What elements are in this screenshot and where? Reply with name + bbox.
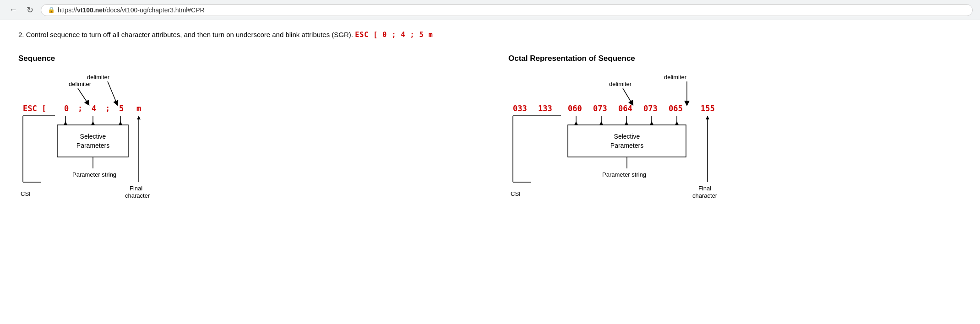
- right-033: 033: [513, 104, 527, 113]
- lock-icon: 🔒: [48, 6, 55, 13]
- right-073a: 073: [593, 104, 607, 113]
- right-133: 133: [538, 104, 552, 113]
- right-selective-label2: Parameters: [610, 142, 643, 149]
- right-ah-065: [675, 121, 679, 125]
- right-diagram: Octal Representation of Sequence delimit…: [508, 54, 962, 228]
- left-final-label2: character: [125, 192, 150, 199]
- intro-text: 2. Control sequence to turn off all char…: [18, 31, 353, 38]
- right-selective-box: [568, 125, 686, 157]
- intro-paragraph: 2. Control sequence to turn off all char…: [18, 29, 962, 40]
- right-ah-064: [625, 121, 628, 125]
- url-display: https://vt100.net/docs/vt100-ug/chapter3…: [58, 6, 205, 14]
- url-rest: /docs/vt100-ug/chapter3.html#CPR: [105, 6, 205, 14]
- right-060: 060: [568, 104, 582, 113]
- intro-code: ESC [ 0 ; 4 ; 5 m: [355, 31, 433, 39]
- left-delimiter2-label: delimiter: [87, 74, 110, 81]
- left-5: 5: [119, 104, 124, 113]
- left-arrow-head-4: [91, 121, 95, 125]
- right-ah-073b: [650, 121, 653, 125]
- left-4: 4: [92, 104, 96, 113]
- right-065: 065: [669, 104, 683, 113]
- right-delimiter2-label: delimiter: [664, 74, 687, 81]
- diagrams-container: Sequence delimiter delimiter: [18, 54, 962, 228]
- left-arrow-head-0: [64, 121, 67, 125]
- left-final-label1: Final: [130, 185, 142, 192]
- left-selective-label2: Parameters: [76, 142, 109, 149]
- left-diagram: Sequence delimiter delimiter: [18, 54, 472, 228]
- left-diagram-title: Sequence: [18, 54, 472, 63]
- left-diagram-svg: delimiter delimiter: [18, 72, 192, 228]
- page-content: 2. Control sequence to turn off all char…: [0, 20, 980, 237]
- refresh-button[interactable]: ↻: [25, 3, 35, 17]
- right-delimiter1-label: delimiter: [609, 81, 632, 87]
- right-final-label2: character: [692, 192, 718, 199]
- left-esc: ESC [: [23, 104, 46, 113]
- right-csi-label: CSI: [511, 190, 521, 197]
- left-arrow-head-5: [119, 121, 122, 125]
- left-delimiter2-arrow: [108, 81, 117, 103]
- right-155: 155: [701, 104, 715, 113]
- right-diagram-svg: delimiter delimiter 033 133 060 073 064 …: [508, 72, 756, 228]
- left-final-arrowhead: [137, 116, 141, 119]
- right-ah-073a: [599, 121, 603, 125]
- left-selective-label1: Selective: [80, 133, 106, 140]
- left-semi2: ;: [105, 104, 110, 113]
- right-delimiter1-arrow: [623, 88, 632, 103]
- left-selective-box: [57, 125, 128, 157]
- right-diagram-title: Octal Representation of Sequence: [508, 54, 962, 63]
- left-semi1: ;: [78, 104, 82, 113]
- address-bar[interactable]: 🔒 https://vt100.net/docs/vt100-ug/chapte…: [41, 4, 973, 16]
- right-ah-060: [574, 121, 578, 125]
- browser-chrome: ← ↻ 🔒 https://vt100.net/docs/vt100-ug/ch…: [0, 0, 980, 20]
- left-csi-label: CSI: [21, 190, 31, 197]
- left-delimiter1-label: delimiter: [69, 81, 92, 87]
- right-final-label1: Final: [698, 185, 711, 192]
- left-delimiter1-arrow: [78, 88, 88, 103]
- left-m: m: [136, 104, 141, 113]
- right-param-label: Parameter string: [602, 171, 646, 178]
- back-button[interactable]: ←: [7, 3, 19, 16]
- left-0: 0: [64, 104, 69, 113]
- right-073b: 073: [643, 104, 658, 113]
- url-bold: vt100.net: [77, 6, 105, 14]
- url-prefix: https://: [58, 6, 77, 14]
- right-selective-label1: Selective: [614, 133, 640, 140]
- left-param-label: Parameter string: [72, 171, 116, 178]
- right-064: 064: [618, 104, 632, 113]
- right-final-arrowhead: [706, 116, 709, 119]
